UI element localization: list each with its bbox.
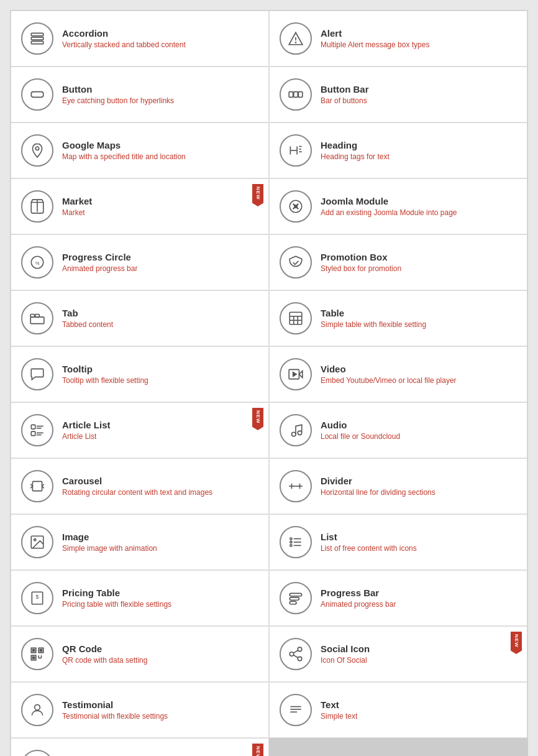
- divider-desc: Horizontal line for dividing sections: [321, 488, 435, 497]
- widget-item-button-bar[interactable]: Button BarBar of buttons: [269, 67, 527, 122]
- widget-item-testimonial[interactable]: TestimonialTestimonial with flexible set…: [11, 682, 269, 738]
- pricing-table-desc: Pricing table with flexible settings: [62, 600, 171, 609]
- testimonial-desc: Testimonial with flexible settings: [62, 712, 168, 721]
- audio-icon: [280, 414, 312, 446]
- text-title: Text: [321, 699, 357, 710]
- image-desc: Simple image with animation: [62, 544, 157, 553]
- widget-item-tooltip[interactable]: TooltipTooltip with flexible setting: [11, 346, 269, 402]
- progress-circle-desc: Animated progress bar: [62, 264, 137, 273]
- new-badge: NEW: [511, 632, 522, 654]
- widget-item-accordion[interactable]: AccordionVertically stacked and tabbed c…: [11, 11, 269, 67]
- widget-item-progress-circle[interactable]: %Progress CircleAnimated progress bar: [11, 234, 269, 290]
- google-maps-desc: Map with a specified title and location: [62, 152, 186, 161]
- heading-desc: Heading tags for text: [321, 152, 390, 161]
- svg-rect-24: [290, 312, 302, 325]
- carousel-title: Carousel: [62, 476, 212, 486]
- new-badge: NEW: [252, 744, 263, 756]
- svg-line-69: [293, 655, 298, 658]
- google-maps-icon: [21, 134, 53, 167]
- table-title: Table: [321, 308, 426, 318]
- joomla-module-title: Joomla Module: [321, 196, 457, 206]
- tab-title: Tab: [62, 308, 113, 318]
- progress-bar-icon: [280, 582, 312, 614]
- svg-point-9: [35, 147, 39, 150]
- qr-code-icon: [21, 638, 53, 670]
- widget-item-weather[interactable]: WeatherWeatherNEW: [11, 738, 269, 756]
- divider-icon: [280, 470, 312, 502]
- svg-rect-40: [32, 481, 42, 491]
- progress-circle-icon: %: [21, 246, 53, 279]
- widget-item-social-icon[interactable]: Social IconIcon Of SocialNEW: [269, 626, 527, 682]
- svg-line-70: [293, 650, 298, 653]
- svg-rect-61: [40, 649, 42, 651]
- widget-item-video[interactable]: VideoEmbed Youtube/Vimeo or local file p…: [269, 346, 527, 402]
- testimonial-icon: [21, 694, 53, 726]
- pricing-table-icon: $: [21, 582, 53, 614]
- widget-item-tab[interactable]: TabTabbed content: [11, 290, 269, 346]
- carousel-desc: Rotating circular content with text and …: [62, 488, 212, 497]
- market-icon: [21, 190, 53, 223]
- widget-item-list[interactable]: ListList of free content with icons: [269, 514, 527, 570]
- promotion-box-desc: Styled box for promotion: [321, 264, 401, 273]
- svg-point-68: [298, 657, 302, 661]
- widget-item-alert[interactable]: AlertMultiple Alert message box types: [269, 11, 527, 67]
- heading-title: Heading: [321, 140, 390, 150]
- widget-item-audio[interactable]: AudioLocal file or Soundcloud: [269, 402, 527, 458]
- widget-item-button[interactable]: ButtonEye catching button for hyperlinks: [11, 67, 269, 122]
- svg-rect-62: [32, 657, 34, 658]
- svg-rect-56: [290, 601, 296, 604]
- button-bar-icon: [280, 78, 312, 111]
- widget-item-google-maps[interactable]: Google MapsMap with a specified title an…: [11, 122, 269, 178]
- widget-grid: AccordionVertically stacked and tabbed c…: [10, 10, 528, 756]
- widget-item-image[interactable]: ImageSimple image with animation: [11, 514, 269, 570]
- market-desc: Market: [62, 208, 92, 217]
- widget-item-divider[interactable]: DividerHorizontal line for dividing sect…: [269, 458, 527, 514]
- svg-point-45: [34, 539, 36, 541]
- widget-item-carousel[interactable]: CarouselRotating circular content with t…: [11, 458, 269, 514]
- alert-desc: Multiple Alert message box types: [321, 40, 429, 49]
- svg-point-50: [290, 545, 292, 546]
- svg-point-67: [290, 652, 294, 657]
- table-desc: Simple table with flexible setting: [321, 320, 426, 329]
- widget-item-progress-bar[interactable]: Progress BarAnimated progress bar: [269, 570, 527, 626]
- new-badge: NEW: [252, 408, 263, 430]
- widget-item-pricing-table[interactable]: $Pricing TablePricing table with flexibl…: [11, 570, 269, 626]
- list-desc: List of free content with icons: [321, 544, 417, 553]
- video-icon: [280, 358, 312, 390]
- button-desc: Eye catching button for hyperlinks: [62, 96, 174, 105]
- button-title: Button: [62, 84, 174, 94]
- qr-code-title: QR Code: [62, 643, 147, 654]
- text-desc: Simple text: [321, 712, 357, 721]
- image-icon: [21, 526, 53, 558]
- svg-point-39: [298, 431, 302, 435]
- article-list-title: Article List: [62, 420, 111, 430]
- article-list-icon: [21, 414, 53, 446]
- social-icon-icon: [280, 638, 312, 670]
- svg-rect-60: [32, 649, 34, 651]
- widget-item-article-list[interactable]: Article ListArticle ListNEW: [11, 402, 269, 458]
- accordion-icon: [21, 22, 53, 55]
- svg-rect-32: [31, 425, 35, 429]
- accordion-title: Accordion: [62, 28, 186, 39]
- widget-item-market[interactable]: MarketMarketNEW: [11, 178, 269, 234]
- widget-item-table[interactable]: TableSimple table with flexible setting: [269, 290, 527, 346]
- google-maps-title: Google Maps: [62, 140, 186, 150]
- svg-rect-23: [30, 317, 44, 324]
- widget-item-promotion-box[interactable]: Promotion BoxStyled box for promotion: [269, 234, 527, 290]
- progress-bar-title: Progress Bar: [321, 588, 396, 598]
- svg-rect-55: [290, 597, 299, 600]
- progress-circle-title: Progress Circle: [62, 252, 137, 262]
- svg-point-4: [295, 42, 296, 43]
- svg-point-71: [35, 704, 40, 710]
- heading-icon: [280, 134, 312, 167]
- promotion-box-icon: [280, 246, 312, 279]
- text-icon: [280, 694, 312, 726]
- svg-text:%: %: [35, 260, 40, 266]
- widget-item-joomla-module[interactable]: Joomla ModuleAdd an existing Joomla Modu…: [269, 178, 527, 234]
- svg-point-46: [290, 538, 292, 540]
- widget-item-text[interactable]: TextSimple text: [269, 682, 527, 738]
- audio-desc: Local file or Soundcloud: [321, 432, 400, 441]
- divider-title: Divider: [321, 476, 435, 486]
- widget-item-heading[interactable]: HeadingHeading tags for text: [269, 122, 527, 178]
- widget-item-qr-code[interactable]: QR CodeQR code with data setting: [11, 626, 269, 682]
